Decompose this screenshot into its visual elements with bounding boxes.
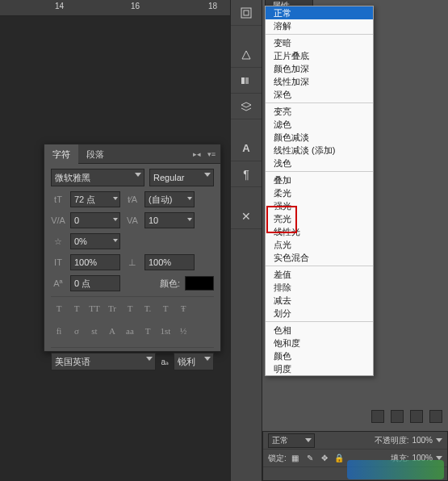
- aa-label: aₐ: [161, 358, 169, 366]
- swatches-icon[interactable]: [231, 68, 262, 94]
- blend-mode-item[interactable]: 变暗: [266, 36, 373, 49]
- blend-mode-item[interactable]: 明度: [266, 362, 373, 375]
- type-style-button[interactable]: σ: [69, 323, 85, 339]
- scale-h-input[interactable]: 100%: [144, 254, 195, 270]
- language-select[interactable]: 美国英语: [51, 353, 156, 370]
- lock-label: 锁定:: [268, 453, 287, 464]
- tracking-icon: VA: [125, 213, 140, 228]
- type-style-button[interactable]: T: [51, 300, 67, 316]
- adjustments-icon[interactable]: ✕: [231, 203, 262, 229]
- paragraph-icon[interactable]: ¶: [231, 161, 262, 187]
- menu-separator: [266, 321, 373, 322]
- blend-mode-item[interactable]: 线性加深: [266, 75, 373, 88]
- menu-separator: [266, 34, 373, 35]
- scale-v-input[interactable]: 100%: [70, 254, 120, 270]
- blend-mode-item[interactable]: 强光: [266, 199, 373, 212]
- blend-mode-item[interactable]: 柔光: [266, 186, 373, 199]
- font-size-input[interactable]: 72 点: [70, 191, 120, 207]
- leading-input[interactable]: (自动): [144, 191, 195, 207]
- folder-icon[interactable]: [410, 410, 423, 423]
- blend-mode-item[interactable]: 正片叠底: [266, 49, 373, 62]
- blend-mode-item[interactable]: 浅色: [266, 157, 373, 169]
- blend-mode-item[interactable]: 滤色: [266, 118, 373, 131]
- blend-mode-item[interactable]: 排除: [266, 281, 373, 294]
- tab-character[interactable]: 字符: [44, 144, 78, 164]
- tab-paragraph[interactable]: 段落: [78, 144, 112, 164]
- blend-mode-item[interactable]: 实色混合: [266, 251, 373, 264]
- blend-mode-item[interactable]: 颜色减淡: [266, 131, 373, 144]
- type-style-button[interactable]: aa: [122, 323, 138, 339]
- opacity-label: 不透明度:: [375, 435, 409, 446]
- type-style-button[interactable]: Tr: [104, 300, 120, 316]
- blend-mode-item[interactable]: 正常: [266, 6, 373, 19]
- lock-position-icon[interactable]: ✥: [319, 453, 330, 464]
- antialias-select[interactable]: 锐利: [174, 353, 214, 370]
- type-style-button[interactable]: Ŧ: [175, 300, 191, 316]
- svg-rect-0: [241, 8, 251, 18]
- fill-value[interactable]: 100%: [412, 454, 433, 462]
- kerning-icon: V/A: [51, 213, 65, 228]
- type-style-button[interactable]: 1st: [157, 323, 174, 339]
- type-style-button[interactable]: T: [157, 300, 174, 316]
- history-icon[interactable]: [231, 0, 262, 26]
- blend-mode-item[interactable]: 线性光: [266, 225, 373, 238]
- blend-mode-item[interactable]: 差值: [266, 268, 373, 281]
- blend-mode-item[interactable]: 变亮: [266, 105, 373, 118]
- font-family-select[interactable]: 微软雅黑: [51, 169, 144, 186]
- ruler-mark: 18: [208, 2, 217, 10]
- blend-mode-item[interactable]: 亮光: [266, 212, 373, 225]
- blend-mode-item[interactable]: 点光: [266, 238, 373, 251]
- font-style-select[interactable]: Regular: [149, 169, 214, 186]
- type-style-button[interactable]: fi: [51, 323, 67, 339]
- svg-rect-1: [244, 10, 249, 15]
- layers-icon[interactable]: [231, 94, 262, 119]
- lock-transparency-icon[interactable]: ▦: [290, 453, 301, 464]
- type-style-button[interactable]: T.: [140, 300, 156, 316]
- layer-blend-select[interactable]: 正常: [268, 433, 315, 448]
- type-style-button[interactable]: ½: [175, 323, 191, 339]
- brush-icon[interactable]: [231, 42, 262, 68]
- adjustment-icon[interactable]: [429, 410, 442, 423]
- character-icon[interactable]: A: [231, 136, 262, 161]
- mask-icon[interactable]: [391, 410, 404, 423]
- panel-menu-icon[interactable]: ▾≡: [206, 148, 217, 160]
- blend-mode-item[interactable]: 叠加: [266, 174, 373, 186]
- menu-separator: [266, 102, 373, 103]
- blend-mode-item[interactable]: 减去: [266, 294, 373, 307]
- type-style-button[interactable]: A: [104, 323, 120, 339]
- layers-panel: 正常 不透明度: 100% 锁定: ▦ ✎ ✥ 🔒 填充: 100%: [262, 431, 448, 481]
- scale-h-icon: ⊥: [125, 255, 140, 270]
- blend-mode-item[interactable]: 线性减淡 (添加): [266, 144, 373, 157]
- link-icon[interactable]: [371, 410, 384, 423]
- blend-mode-item[interactable]: 划分: [266, 307, 373, 320]
- opacity-value[interactable]: 100%: [412, 436, 433, 445]
- blend-mode-item[interactable]: 深色: [266, 88, 373, 101]
- type-style-button[interactable]: T: [140, 323, 156, 339]
- blend-mode-item[interactable]: 饱和度: [266, 337, 373, 349]
- baseline-input[interactable]: 0%: [70, 233, 120, 249]
- menu-separator: [266, 266, 373, 266]
- tracking-input[interactable]: 10: [144, 212, 195, 228]
- type-style-button[interactable]: T: [69, 300, 85, 316]
- type-style-button[interactable]: T: [122, 300, 138, 316]
- lock-paint-icon[interactable]: ✎: [304, 453, 316, 464]
- leading-icon: t⁄A: [125, 192, 140, 207]
- type-style-button[interactable]: TT: [86, 300, 103, 316]
- blend-mode-item[interactable]: 色相: [266, 324, 373, 337]
- color-swatch[interactable]: [185, 276, 214, 291]
- baseline-shift-icon: Aª: [51, 276, 65, 291]
- font-size-icon: tT: [51, 192, 65, 207]
- menu-separator: [266, 171, 373, 172]
- blend-mode-item[interactable]: 颜色: [266, 349, 373, 362]
- blend-mode-item[interactable]: 溶解: [266, 19, 373, 32]
- type-style-row1: TTTTTrTT.TŦ: [51, 296, 214, 320]
- type-style-button[interactable]: st: [86, 323, 103, 339]
- lock-all-icon[interactable]: 🔒: [333, 453, 345, 464]
- svg-rect-2: [241, 77, 245, 84]
- blend-mode-item[interactable]: 颜色加深: [266, 62, 373, 75]
- baseline-shift-input[interactable]: 0 点: [70, 275, 120, 291]
- panel-action-icons: [371, 410, 448, 423]
- collapse-icon[interactable]: ▸◂: [191, 148, 203, 160]
- kerning-input[interactable]: 0: [70, 212, 120, 228]
- blend-mode-dropdown[interactable]: 正常溶解变暗正片叠底颜色加深线性加深深色变亮滤色颜色减淡线性减淡 (添加)浅色叠…: [265, 6, 374, 376]
